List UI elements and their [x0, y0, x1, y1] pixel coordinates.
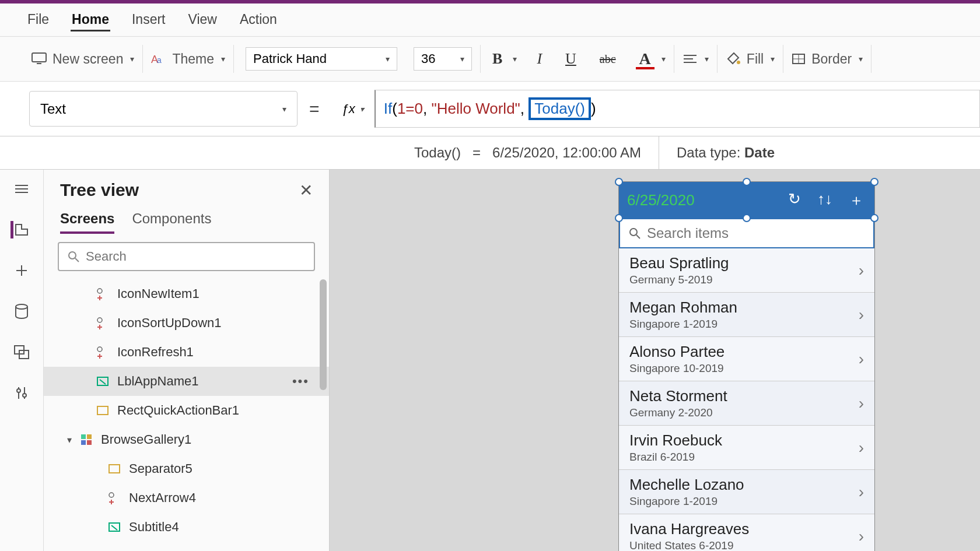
svg-rect-32	[87, 434, 92, 439]
media-button[interactable]	[12, 343, 32, 361]
list-item[interactable]: Megan RohmanSingapore 1-2019›	[619, 293, 874, 337]
tree-item[interactable]: IconRefresh1	[44, 338, 329, 367]
chevron-right-icon: ›	[859, 394, 864, 413]
list-item[interactable]: Beau SpratlingGermany 5-2019›	[619, 248, 874, 293]
underline-button[interactable]: U	[554, 45, 588, 73]
list-item[interactable]: Ivana HargreavesUnited States 6-2019›	[619, 514, 874, 551]
search-icon	[67, 250, 80, 263]
menu-file[interactable]: File	[26, 9, 50, 31]
menu-action[interactable]: Action	[239, 9, 278, 31]
fill-button[interactable]: Fill ▾	[718, 45, 783, 73]
align-button[interactable]: ▾	[674, 45, 718, 73]
list-item-name: Beau Spratling	[629, 254, 729, 272]
menu-view[interactable]: View	[187, 9, 218, 31]
scrollbar[interactable]	[320, 279, 327, 390]
list-item[interactable]: Irvin RoebuckBrazil 6-2019›	[619, 426, 874, 470]
tree-item[interactable]: Subtitle4	[44, 513, 329, 542]
chevron-down-icon: ▾	[282, 104, 286, 114]
strike-button[interactable]: abc	[588, 45, 628, 73]
sort-icon[interactable]: ↑↓	[817, 190, 832, 210]
label-icon	[96, 375, 109, 388]
selection-handle[interactable]	[743, 214, 751, 222]
list-item[interactable]: Neta StormentGermany 2-2020›	[619, 381, 874, 426]
tab-screens[interactable]: Screens	[60, 210, 114, 234]
tree-search[interactable]	[58, 242, 315, 271]
property-select[interactable]: Text ▾	[29, 91, 298, 127]
svg-rect-30	[97, 406, 108, 415]
tree-view-button[interactable]	[10, 221, 30, 238]
bold-button[interactable]: B▾	[481, 45, 525, 73]
theme-label: Theme	[172, 51, 214, 67]
close-panel-button[interactable]: ✕	[299, 181, 313, 200]
font-size-select[interactable]: 36 ▾	[405, 45, 481, 73]
border-button[interactable]: Border ▾	[783, 45, 872, 73]
font-name-select[interactable]: Patrick Hand ▾	[234, 45, 405, 73]
tree-item[interactable]: Title4	[44, 542, 329, 551]
tab-components[interactable]: Components	[132, 210, 211, 234]
tree-item[interactable]: IconNewItem1	[44, 279, 329, 308]
tree-search-input[interactable]	[86, 249, 306, 264]
new-screen-button[interactable]: New screen ▾	[23, 45, 143, 73]
theme-button[interactable]: Aa Theme ▾	[143, 45, 234, 73]
chevron-down-icon: ▾	[513, 54, 517, 64]
italic-icon: I	[533, 50, 545, 68]
font-color-button[interactable]: A▾	[628, 45, 674, 73]
add-icon[interactable]: ＋	[849, 190, 864, 210]
tree-item[interactable]: NextArrow4	[44, 483, 329, 513]
equals-label: =	[298, 99, 331, 119]
screen-icon	[32, 52, 47, 65]
tree-item-label: RectQuickActionBar1	[117, 403, 239, 418]
list-item[interactable]: Alonso ParteeSingapore 10-2019›	[619, 337, 874, 381]
search-items-input[interactable]	[647, 225, 865, 241]
list-item[interactable]: Mechelle LozanoSingapore 1-2019›	[619, 470, 874, 514]
svg-point-16	[16, 304, 27, 309]
chevron-right-icon: ›	[859, 483, 864, 501]
italic-button[interactable]: I	[525, 45, 554, 73]
arrow-icon	[108, 492, 121, 504]
formula-input[interactable]: If(1=0, "Hello World", Today())	[374, 90, 980, 128]
selection-handle[interactable]	[870, 214, 878, 222]
menu-bar: File Home Insert View Action	[0, 3, 980, 37]
tree-item[interactable]: Separator5	[44, 454, 329, 483]
tree-item[interactable]: IconSortUpDown1	[44, 308, 329, 338]
selection-handle[interactable]	[870, 178, 878, 186]
caret-down-icon: ▾	[67, 434, 72, 445]
data-button[interactable]	[12, 303, 32, 320]
svg-text:a: a	[157, 55, 162, 65]
control-icon	[96, 287, 109, 300]
phone-header-selected[interactable]: 6/25/2020 ↻ ↑↓ ＋	[619, 182, 874, 218]
canvas[interactable]: ↖ 6/25/2020 ↻ ↑↓ ＋ Beau Spratling	[330, 170, 980, 551]
tools-button[interactable]	[12, 384, 32, 402]
border-label: Border	[811, 51, 852, 67]
formula-result-bar: Today() = 6/25/2020, 12:00:00 AM Data ty…	[0, 136, 980, 170]
chevron-down-icon: ▾	[386, 54, 390, 64]
list-item-sub: Singapore 1-2019	[629, 495, 744, 508]
hamburger-button[interactable]	[12, 180, 32, 198]
tree-title: Tree view	[60, 180, 139, 200]
svg-rect-33	[81, 440, 86, 445]
menu-home[interactable]: Home	[71, 9, 110, 31]
svg-rect-31	[81, 434, 86, 439]
search-items-box[interactable]	[619, 218, 874, 248]
font-name-value: Patrick Hand	[253, 51, 327, 66]
chevron-right-icon: ›	[859, 527, 864, 546]
chevron-down-icon: ▾	[859, 54, 863, 64]
selection-handle[interactable]	[743, 178, 751, 186]
more-button[interactable]: •••	[292, 374, 317, 389]
list-item-name: Irvin Roebuck	[629, 431, 722, 450]
insert-button[interactable]	[12, 262, 32, 279]
paint-bucket-icon	[726, 52, 741, 66]
tree-item[interactable]: RectQuickActionBar1	[44, 396, 329, 425]
font-size-value: 36	[421, 51, 435, 66]
menu-insert[interactable]: Insert	[131, 9, 167, 31]
refresh-icon[interactable]: ↻	[788, 190, 801, 210]
result-expression: Today()	[414, 145, 461, 160]
fx-button[interactable]: ƒx▾	[331, 101, 374, 117]
separator-icon	[108, 462, 121, 475]
bold-icon: B	[489, 50, 506, 68]
tree-item-selected[interactable]: LblAppName1•••	[44, 367, 329, 396]
selection-handle[interactable]	[615, 178, 623, 186]
list-item-name: Neta Storment	[629, 387, 727, 405]
selection-handle[interactable]	[615, 214, 623, 222]
tree-item-gallery[interactable]: ▾BrowseGallery1	[44, 425, 329, 454]
